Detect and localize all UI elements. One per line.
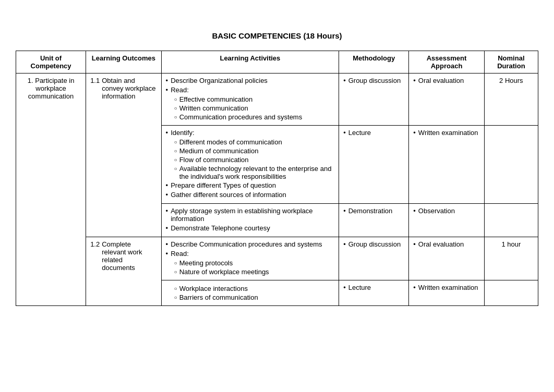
col-header-methodology: Methodology: [339, 51, 409, 74]
activity-bullet: Describe Communication procedures and sy…: [166, 240, 335, 248]
methodology-cell: Group discussion: [339, 237, 409, 280]
methodology-item: Group discussion: [343, 77, 404, 84]
assessment-item: Oral evaluation: [413, 77, 479, 84]
activity-sublist: Meeting protocols Nature of workplace me…: [166, 259, 335, 276]
col-header-assessment: Assessment Approach: [409, 51, 484, 74]
duration-cell: [484, 126, 538, 204]
assessment-item: Observation: [413, 207, 479, 215]
methodology-item: Group discussion: [343, 240, 404, 248]
methodology-item: Lecture: [343, 129, 404, 137]
col-header-outcomes: Learning Outcomes: [86, 51, 161, 74]
activities-cell: Workplace interactions Barriers of commu…: [161, 280, 339, 306]
activity-subitem: Workplace interactions: [174, 285, 335, 292]
table-row: 1. Participate in workplace communicatio…: [16, 74, 538, 126]
outcome-cell: 1.2 Complete relevant work related docum…: [86, 237, 161, 306]
activity-bullet: Identify:: [166, 129, 335, 137]
methodology-item: Demonstration: [343, 207, 404, 215]
assessment-cell: Oral evaluation: [409, 237, 484, 280]
col-header-duration: Nominal Duration: [484, 51, 538, 74]
page-title: BASIC COMPETENCIES (18 Hours): [16, 31, 538, 40]
competency-table: Unit of Competency Learning Outcomes Lea…: [16, 51, 538, 306]
activity-bullet: Read:: [166, 86, 335, 94]
activity-subitem: Meeting protocols: [174, 259, 335, 267]
table-row: 1.2 Complete relevant work related docum…: [16, 237, 538, 280]
activity-sublist: Different modes of communication Medium …: [166, 138, 335, 180]
assessment-item: Written examination: [413, 129, 479, 137]
methodology-cell: Lecture: [339, 126, 409, 204]
activity-bullet: Describe Organizational policies: [166, 77, 335, 84]
assessment-cell: Written examination: [409, 126, 484, 204]
activity-bullet: Read:: [166, 250, 335, 258]
methodology-cell: Lecture: [339, 280, 409, 306]
assessment-cell: Written examination: [409, 280, 484, 306]
methodology-item: Lecture: [343, 284, 404, 291]
activities-cell: Describe Organizational policiesRead: Ef…: [161, 74, 339, 126]
col-header-unit: Unit of Competency: [16, 51, 86, 74]
unit-cell: 1. Participate in workplace communicatio…: [16, 74, 86, 306]
activity-subitem: Barriers of communication: [174, 293, 335, 301]
activity-subitem: Flow of communication: [174, 156, 335, 164]
assessment-item: Written examination: [413, 284, 479, 291]
activity-sublist: Effective communication Written communic…: [166, 95, 335, 121]
activity-bullet: Demonstrate Telephone courtesy: [166, 224, 335, 232]
outcome-cell: 1.1 Obtain and convey workplace informat…: [86, 74, 161, 237]
assessment-item: Oral evaluation: [413, 240, 479, 248]
activity-sublist: Workplace interactions Barriers of commu…: [166, 285, 335, 301]
col-header-activities: Learning Activities: [161, 51, 339, 74]
assessment-cell: Observation: [409, 204, 484, 237]
activities-cell: Identify: Different modes of communicati…: [161, 126, 339, 204]
activities-cell: Describe Communication procedures and sy…: [161, 237, 339, 280]
activity-bullet: Prepare different Types of question: [166, 181, 335, 189]
methodology-cell: Demonstration: [339, 204, 409, 237]
activity-subitem: Different modes of communication: [174, 138, 335, 146]
methodology-cell: Group discussion: [339, 74, 409, 126]
assessment-cell: Oral evaluation: [409, 74, 484, 126]
duration-cell: 2 Hours: [484, 74, 538, 126]
activity-bullet: Apply storage system in establishing wor…: [166, 207, 335, 223]
activity-subitem: Available technology relevant to the ent…: [174, 165, 335, 180]
activities-cell: Apply storage system in establishing wor…: [161, 204, 339, 237]
activity-subitem: Communication procedures and systems: [174, 113, 335, 121]
duration-cell: 1 hour: [484, 237, 538, 280]
activity-subitem: Written communication: [174, 104, 335, 112]
activity-subitem: Medium of communication: [174, 147, 335, 155]
duration-cell: [484, 280, 538, 306]
duration-cell: [484, 204, 538, 237]
activity-subitem: Effective communication: [174, 95, 335, 103]
activity-bullet: Gather different sources of information: [166, 191, 335, 199]
activity-subitem: Nature of workplace meetings: [174, 268, 335, 276]
